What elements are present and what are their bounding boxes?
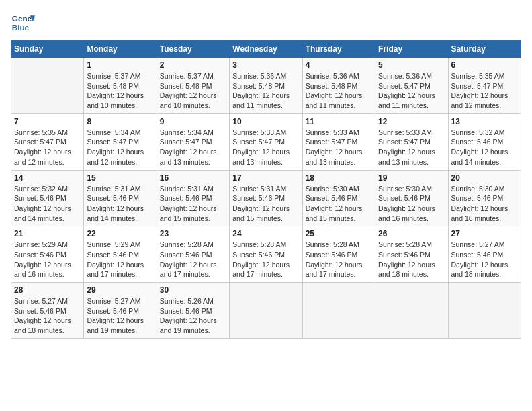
- calendar-cell: 15Sunrise: 5:31 AM Sunset: 5:46 PM Dayli…: [84, 170, 157, 226]
- logo-icon: General Blue: [11, 11, 35, 35]
- calendar-cell: 25Sunrise: 5:28 AM Sunset: 5:46 PM Dayli…: [302, 226, 375, 283]
- calendar-week-row: 14Sunrise: 5:32 AM Sunset: 5:46 PM Dayli…: [11, 170, 521, 226]
- calendar-cell: 28Sunrise: 5:27 AM Sunset: 5:46 PM Dayli…: [11, 283, 84, 339]
- day-number: 28: [14, 285, 81, 295]
- calendar-cell: 29Sunrise: 5:27 AM Sunset: 5:46 PM Dayli…: [84, 283, 157, 339]
- day-info: Sunrise: 5:28 AM Sunset: 5:46 PM Dayligh…: [378, 240, 445, 279]
- calendar-cell: 17Sunrise: 5:31 AM Sunset: 5:46 PM Dayli…: [230, 170, 302, 226]
- day-info: Sunrise: 5:31 AM Sunset: 5:46 PM Dayligh…: [160, 184, 226, 224]
- day-info: Sunrise: 5:35 AM Sunset: 5:47 PM Dayligh…: [14, 128, 81, 167]
- day-number: 21: [14, 229, 81, 238]
- day-info: Sunrise: 5:31 AM Sunset: 5:46 PM Dayligh…: [232, 184, 299, 224]
- calendar-cell: 7Sunrise: 5:35 AM Sunset: 5:47 PM Daylig…: [11, 113, 84, 170]
- calendar-cell: 23Sunrise: 5:28 AM Sunset: 5:46 PM Dayli…: [157, 226, 229, 283]
- day-info: Sunrise: 5:29 AM Sunset: 5:46 PM Dayligh…: [87, 240, 153, 279]
- day-number: 30: [160, 285, 226, 295]
- day-number: 24: [232, 229, 299, 238]
- day-info: Sunrise: 5:33 AM Sunset: 5:47 PM Dayligh…: [378, 128, 445, 167]
- day-number: 12: [378, 117, 445, 126]
- day-info: Sunrise: 5:28 AM Sunset: 5:46 PM Dayligh…: [232, 240, 299, 279]
- day-info: Sunrise: 5:27 AM Sunset: 5:46 PM Dayligh…: [14, 296, 81, 336]
- day-info: Sunrise: 5:27 AM Sunset: 5:46 PM Dayligh…: [451, 240, 518, 279]
- header: General Blue: [11, 11, 521, 35]
- calendar-cell: 4Sunrise: 5:36 AM Sunset: 5:48 PM Daylig…: [302, 58, 375, 114]
- col-header-monday: Monday: [84, 41, 157, 58]
- day-info: Sunrise: 5:26 AM Sunset: 5:46 PM Dayligh…: [160, 296, 226, 336]
- day-info: Sunrise: 5:27 AM Sunset: 5:46 PM Dayligh…: [87, 296, 153, 336]
- day-info: Sunrise: 5:33 AM Sunset: 5:47 PM Dayligh…: [306, 128, 372, 167]
- day-info: Sunrise: 5:37 AM Sunset: 5:48 PM Dayligh…: [160, 71, 226, 111]
- day-number: 29: [87, 285, 153, 295]
- calendar-cell: 10Sunrise: 5:33 AM Sunset: 5:47 PM Dayli…: [230, 113, 302, 170]
- day-number: 25: [306, 229, 372, 238]
- day-number: 11: [306, 117, 372, 126]
- day-info: Sunrise: 5:36 AM Sunset: 5:48 PM Dayligh…: [306, 71, 372, 111]
- calendar-cell: 13Sunrise: 5:32 AM Sunset: 5:46 PM Dayli…: [448, 113, 521, 170]
- col-header-saturday: Saturday: [448, 41, 521, 58]
- calendar-cell: [448, 283, 521, 339]
- calendar-cell: [11, 58, 84, 114]
- calendar-cell: 8Sunrise: 5:34 AM Sunset: 5:47 PM Daylig…: [84, 113, 157, 170]
- day-number: 27: [451, 229, 518, 238]
- day-number: 1: [87, 60, 153, 70]
- calendar-cell: 9Sunrise: 5:34 AM Sunset: 5:47 PM Daylig…: [157, 113, 229, 170]
- calendar-cell: 18Sunrise: 5:30 AM Sunset: 5:46 PM Dayli…: [302, 170, 375, 226]
- calendar-week-row: 1Sunrise: 5:37 AM Sunset: 5:48 PM Daylig…: [11, 58, 521, 114]
- calendar-cell: 24Sunrise: 5:28 AM Sunset: 5:46 PM Dayli…: [230, 226, 302, 283]
- logo: General Blue: [11, 11, 35, 35]
- day-number: 22: [87, 229, 153, 238]
- day-info: Sunrise: 5:29 AM Sunset: 5:46 PM Dayligh…: [14, 240, 81, 279]
- calendar-cell: 26Sunrise: 5:28 AM Sunset: 5:46 PM Dayli…: [375, 226, 448, 283]
- calendar-cell: 5Sunrise: 5:36 AM Sunset: 5:47 PM Daylig…: [375, 58, 448, 114]
- calendar-cell: [375, 283, 448, 339]
- calendar-cell: [230, 283, 302, 339]
- calendar-week-row: 28Sunrise: 5:27 AM Sunset: 5:46 PM Dayli…: [11, 283, 521, 339]
- day-number: 26: [378, 229, 445, 238]
- day-number: 6: [451, 60, 518, 70]
- calendar-cell: 19Sunrise: 5:30 AM Sunset: 5:46 PM Dayli…: [375, 170, 448, 226]
- day-info: Sunrise: 5:30 AM Sunset: 5:46 PM Dayligh…: [451, 184, 518, 224]
- calendar-cell: 14Sunrise: 5:32 AM Sunset: 5:46 PM Dayli…: [11, 170, 84, 226]
- calendar-header-row: SundayMondayTuesdayWednesdayThursdayFrid…: [11, 41, 521, 58]
- day-info: Sunrise: 5:32 AM Sunset: 5:46 PM Dayligh…: [451, 128, 518, 167]
- day-info: Sunrise: 5:34 AM Sunset: 5:47 PM Dayligh…: [160, 128, 226, 167]
- day-number: 16: [160, 173, 226, 183]
- day-number: 5: [378, 60, 445, 70]
- col-header-wednesday: Wednesday: [230, 41, 302, 58]
- calendar-cell: 22Sunrise: 5:29 AM Sunset: 5:46 PM Dayli…: [84, 226, 157, 283]
- calendar-cell: [302, 283, 375, 339]
- day-number: 20: [451, 173, 518, 183]
- day-number: 23: [160, 229, 226, 238]
- col-header-sunday: Sunday: [11, 41, 84, 58]
- day-info: Sunrise: 5:37 AM Sunset: 5:48 PM Dayligh…: [87, 71, 153, 111]
- day-info: Sunrise: 5:31 AM Sunset: 5:46 PM Dayligh…: [87, 184, 153, 224]
- day-number: 19: [378, 173, 445, 183]
- day-info: Sunrise: 5:35 AM Sunset: 5:47 PM Dayligh…: [451, 71, 518, 111]
- day-info: Sunrise: 5:36 AM Sunset: 5:48 PM Dayligh…: [232, 71, 299, 111]
- svg-text:Blue: Blue: [12, 23, 30, 32]
- day-number: 9: [160, 117, 226, 126]
- calendar-cell: 30Sunrise: 5:26 AM Sunset: 5:46 PM Dayli…: [157, 283, 229, 339]
- day-info: Sunrise: 5:30 AM Sunset: 5:46 PM Dayligh…: [378, 184, 445, 224]
- calendar-table: SundayMondayTuesdayWednesdayThursdayFrid…: [11, 40, 521, 339]
- day-number: 15: [87, 173, 153, 183]
- day-info: Sunrise: 5:33 AM Sunset: 5:47 PM Dayligh…: [232, 128, 299, 167]
- calendar-cell: 20Sunrise: 5:30 AM Sunset: 5:46 PM Dayli…: [448, 170, 521, 226]
- calendar-cell: 1Sunrise: 5:37 AM Sunset: 5:48 PM Daylig…: [84, 58, 157, 114]
- day-info: Sunrise: 5:32 AM Sunset: 5:46 PM Dayligh…: [14, 184, 81, 224]
- day-number: 2: [160, 60, 226, 70]
- day-info: Sunrise: 5:30 AM Sunset: 5:46 PM Dayligh…: [306, 184, 372, 224]
- day-number: 13: [451, 117, 518, 126]
- day-number: 14: [14, 173, 81, 183]
- calendar-cell: 2Sunrise: 5:37 AM Sunset: 5:48 PM Daylig…: [157, 58, 229, 114]
- day-number: 18: [306, 173, 372, 183]
- day-number: 8: [87, 117, 153, 126]
- calendar-cell: 16Sunrise: 5:31 AM Sunset: 5:46 PM Dayli…: [157, 170, 229, 226]
- day-info: Sunrise: 5:36 AM Sunset: 5:47 PM Dayligh…: [378, 71, 445, 111]
- day-number: 17: [232, 173, 299, 183]
- col-header-tuesday: Tuesday: [157, 41, 229, 58]
- calendar-cell: 6Sunrise: 5:35 AM Sunset: 5:47 PM Daylig…: [448, 58, 521, 114]
- calendar-cell: 3Sunrise: 5:36 AM Sunset: 5:48 PM Daylig…: [230, 58, 302, 114]
- calendar-cell: 21Sunrise: 5:29 AM Sunset: 5:46 PM Dayli…: [11, 226, 84, 283]
- col-header-thursday: Thursday: [302, 41, 375, 58]
